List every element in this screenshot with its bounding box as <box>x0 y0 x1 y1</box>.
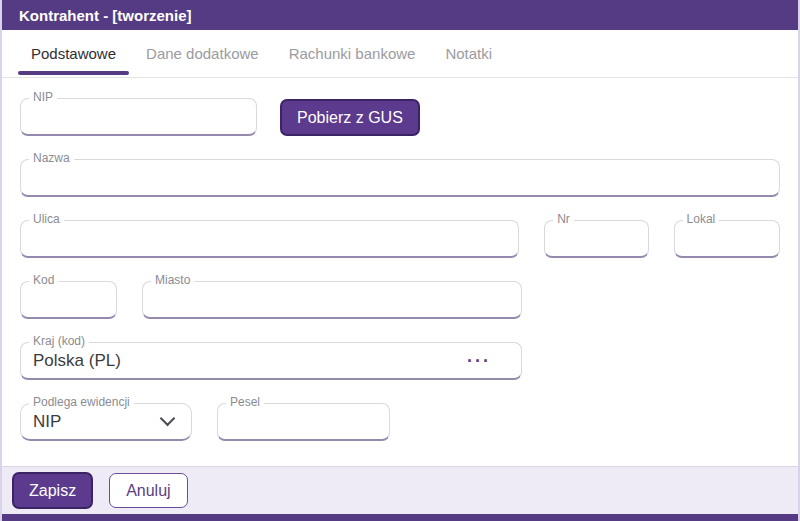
kraj-field: Kraj (kod) Polska (PL) ··· <box>20 342 522 380</box>
tab-notatki[interactable]: Notatki <box>430 30 507 77</box>
podlega-ewidencji-field: Podlega ewidencji NIP <box>20 403 192 441</box>
kontrahent-dialog: Kontrahent - [tworzenie] Podstawowe Dane… <box>0 0 800 521</box>
nip-field: NIP <box>20 98 257 136</box>
tab-podstawowe[interactable]: Podstawowe <box>16 30 131 77</box>
ulica-field: Ulica <box>20 220 519 258</box>
kod-field: Kod <box>20 281 117 319</box>
kod-label: Kod <box>29 273 58 288</box>
pesel-field: Pesel <box>217 403 390 441</box>
nip-label: NIP <box>29 90 57 105</box>
row-ewidencja: Podlega ewidencji NIP Pesel <box>20 403 780 441</box>
kraj-value: Polska (PL) <box>33 351 467 371</box>
miasto-label: Miasto <box>151 273 194 288</box>
row-nazwa: Nazwa <box>20 159 780 197</box>
row-adres: Ulica Nr Lokal <box>20 220 780 258</box>
podlega-ewidencji-label: Podlega ewidencji <box>29 395 134 410</box>
tab-dane-dodatkowe-label: Dane dodatkowe <box>146 45 259 62</box>
zapisz-button[interactable]: Zapisz <box>12 472 93 509</box>
ulica-input[interactable] <box>20 220 519 258</box>
window-bottom-edge <box>2 514 798 521</box>
tab-dane-dodatkowe[interactable]: Dane dodatkowe <box>131 30 274 77</box>
kraj-label: Kraj (kod) <box>29 334 89 349</box>
nr-label: Nr <box>553 212 574 227</box>
miasto-input[interactable] <box>142 281 522 319</box>
tab-rachunki-bankowe-label: Rachunki bankowe <box>289 45 416 62</box>
ulica-label: Ulica <box>29 212 64 227</box>
kraj-more-icon[interactable]: ··· <box>467 356 491 366</box>
nazwa-input[interactable] <box>20 159 780 197</box>
tab-notatki-label: Notatki <box>445 45 492 62</box>
tab-podstawowe-label: Podstawowe <box>31 45 116 62</box>
pobierz-z-gus-button[interactable]: Pobierz z GUS <box>280 99 420 136</box>
kraj-picker[interactable]: Polska (PL) ··· <box>20 342 522 380</box>
dialog-title: Kontrahent - [tworzenie] <box>19 7 192 24</box>
chevron-down-icon <box>160 411 176 427</box>
lokal-label: Lokal <box>683 212 720 227</box>
tab-bar: Podstawowe Dane dodatkowe Rachunki banko… <box>2 30 798 78</box>
podlega-ewidencji-value: NIP <box>33 412 162 432</box>
pesel-label: Pesel <box>226 395 264 410</box>
nazwa-field: Nazwa <box>20 159 780 197</box>
row-kraj: Kraj (kod) Polska (PL) ··· <box>20 342 780 380</box>
nazwa-label: Nazwa <box>29 151 74 166</box>
lokal-field: Lokal <box>674 220 780 258</box>
row-miasto: Kod Miasto <box>20 281 780 319</box>
anuluj-button[interactable]: Anuluj <box>109 473 187 508</box>
row-nip: NIP Pobierz z GUS <box>20 98 780 136</box>
dialog-titlebar: Kontrahent - [tworzenie] <box>2 0 798 30</box>
dialog-footer: Zapisz Anuluj <box>2 466 798 514</box>
nr-field: Nr <box>544 220 648 258</box>
tab-rachunki-bankowe[interactable]: Rachunki bankowe <box>274 30 431 77</box>
form-content: NIP Pobierz z GUS Nazwa Ulica Nr Lokal <box>2 78 798 466</box>
miasto-field: Miasto <box>142 281 522 319</box>
